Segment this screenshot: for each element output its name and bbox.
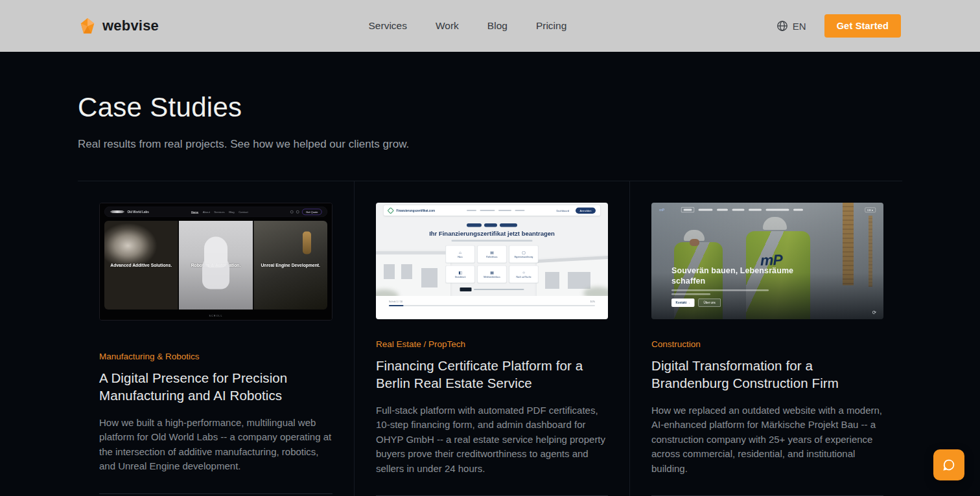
nav-item-work[interactable]: Work (436, 20, 459, 32)
mini-mpb-nav-active (681, 207, 694, 212)
gem-icon (79, 17, 96, 34)
case-thumbnail-financing[interactable]: Finanzierungszertifikat.com Dashboard An… (376, 203, 608, 319)
case-card-old-world-labs: Old World Labs Home About Services Blog … (78, 181, 354, 496)
brand-name: webvise (102, 17, 159, 34)
mini-owl-nav: Home About Services Blog Contact (191, 210, 248, 214)
mini-fin-nav-placeholder (467, 210, 525, 211)
mini-mpb-heading: Souverän bauen, Lebensräume schaffen (671, 265, 811, 286)
language-selector[interactable]: EN (776, 20, 806, 32)
main-nav: Services Work Blog Pricing (369, 20, 567, 32)
mini-owl-panel-robotics: Robotics & Automation. (179, 221, 253, 310)
mini-mpb-buttons: Kontakt → Über uns (671, 299, 721, 307)
card-divider (99, 493, 332, 494)
mini-fin-badge-pills (376, 223, 608, 227)
mini-mpb-language-pill: DE ▾ (865, 207, 876, 212)
mini-mpb-refresh-icon: ⟳ (872, 310, 876, 315)
mini-fin-trust-text-placeholder (474, 289, 524, 290)
mini-owl-globe-icon (290, 210, 294, 214)
case-description: Full-stack platform with automated PDF c… (376, 403, 608, 477)
case-title[interactable]: Financing Certificate Platform for a Ber… (376, 357, 608, 392)
mini-owl-nav-contact: Contact (239, 210, 248, 214)
mini-fin-subline-placeholder (452, 240, 533, 242)
case-studies-grid: Old World Labs Home About Services Blog … (78, 181, 902, 496)
case-card-construction: mP mP DE ▾ Souverän bauen, Lebensräume s… (629, 181, 905, 496)
chat-bubble-icon (942, 458, 956, 472)
case-title[interactable]: Digital Transformation for a Brandenburg… (651, 357, 883, 392)
nav-item-pricing[interactable]: Pricing (536, 20, 566, 32)
case-title[interactable]: A Digital Presence for Precision Manufac… (99, 369, 332, 405)
mini-fin-heading: Ihr Finanzierungszertifikat jetzt beantr… (376, 230, 608, 237)
mini-mpb-navbar: mP DE ▾ (659, 207, 876, 212)
mini-site-fin: Finanzierungszertifikat.com Dashboard An… (376, 203, 608, 319)
mini-fin-option-grundstueck: ◧ Grundstück (446, 265, 475, 283)
mini-site-mpb: mP mP DE ▾ Souverän bauen, Lebensräume s… (651, 203, 883, 319)
chat-button[interactable] (933, 449, 964, 480)
case-thumbnail-old-world-labs[interactable]: Old World Labs Home About Services Blog … (99, 203, 332, 321)
page-title: Case Studies (78, 92, 902, 123)
mini-fin-trust-badge (460, 287, 472, 291)
mini-fin-option-reihenhaus: ▤ Reihenhaus (478, 245, 507, 263)
header-right: EN Get Started (776, 14, 901, 38)
mini-mpb-subline-placeholder (671, 289, 769, 291)
mini-owl-lang-icon (296, 210, 299, 214)
mini-fin-step-label: Schritt 1 / 10 (389, 300, 402, 303)
mini-fin-navbar: Finanzierungszertifikat.com Dashboard An… (384, 205, 600, 216)
case-description: How we replaced an outdated website with… (651, 403, 883, 477)
mini-owl-hero-panels: Advanced Additive Solutions. Robotics & … (104, 221, 327, 310)
mini-owl-navbar: Old World Labs Home About Services Blog … (104, 207, 327, 217)
case-tag: Construction (651, 339, 883, 349)
get-started-button[interactable]: Get Started (824, 14, 901, 38)
mini-fin-percent-label: 10% (590, 300, 595, 303)
mini-owl-nav-blog: Blog (229, 210, 235, 214)
mini-fin-logo-icon (387, 207, 394, 214)
mini-fin-brand: Finanzierungszertifikat.com (397, 209, 436, 212)
mini-owl-panel-unreal: Unreal Engine Development. (253, 221, 327, 310)
nav-item-blog[interactable]: Blog (487, 20, 508, 32)
mini-owl-scroll-label: SCROLL (100, 314, 332, 317)
mini-fin-login-button: Anmelden (576, 207, 596, 214)
mini-fin-option-suche: ○ Noch auf Suche (509, 265, 539, 283)
mini-fin-dashboard-link: Dashboard (556, 209, 569, 212)
mini-owl-get-quote-button: Get Quote (302, 209, 321, 215)
page-subtitle: Real results from real projects. See how… (78, 138, 902, 151)
mini-mpb-kontakt-button: Kontakt → (671, 299, 695, 307)
case-card-financing-certificate: Finanzierungszertifikat.com Dashboard An… (354, 181, 629, 496)
case-tag: Manufacturing & Robotics (99, 352, 332, 361)
mini-fin-progress-track (389, 305, 595, 306)
language-code: EN (793, 21, 806, 32)
mini-mpb-ueber-uns-button: Über uns (699, 299, 721, 307)
mini-owl-nav-home: Home (191, 210, 198, 214)
case-description: How we built a high-performance, multili… (99, 416, 332, 474)
mini-owl-nav-services: Services (214, 210, 224, 214)
mini-fin-option-haus: ⌂ Haus (446, 245, 475, 263)
mini-fin-option-eigentumswohnung: ▢ Eigentumswohnung (509, 245, 539, 263)
globe-icon (776, 20, 788, 32)
mini-owl-brand: Old World Labs (128, 210, 149, 214)
mini-fin-option-mehrfamilienhaus: ▦ Mehrfamilienhaus (478, 265, 507, 283)
site-header: webvise Services Work Blog Pricing EN Ge… (0, 0, 980, 52)
mini-fin-options-grid: ⌂ Haus ▤ Reihenhaus ▢ Eigentumswohnung (446, 245, 539, 283)
mini-owl-panel-additive: Advanced Additive Solutions. (104, 221, 178, 310)
mini-owl-logo-icon (110, 210, 125, 214)
main-content: Case Studies Real results from real proj… (0, 92, 980, 496)
case-thumbnail-construction[interactable]: mP mP DE ▾ Souverän bauen, Lebensräume s… (651, 203, 883, 319)
nav-item-services[interactable]: Services (369, 20, 407, 32)
mini-fin-trust-row (376, 287, 608, 291)
mini-owl-nav-about: About (203, 210, 210, 214)
mini-site-owl: Old World Labs Home About Services Blog … (100, 203, 332, 320)
mini-mpb-subline-placeholder (671, 293, 710, 295)
case-tag: Real Estate / PropTech (376, 339, 608, 349)
mini-fin-progress-fill (389, 305, 403, 306)
mini-fin-progress-area: Schritt 1 / 10 10% (376, 296, 608, 319)
mini-mpb-logo: mP (659, 208, 664, 212)
logo[interactable]: webvise (79, 17, 159, 34)
